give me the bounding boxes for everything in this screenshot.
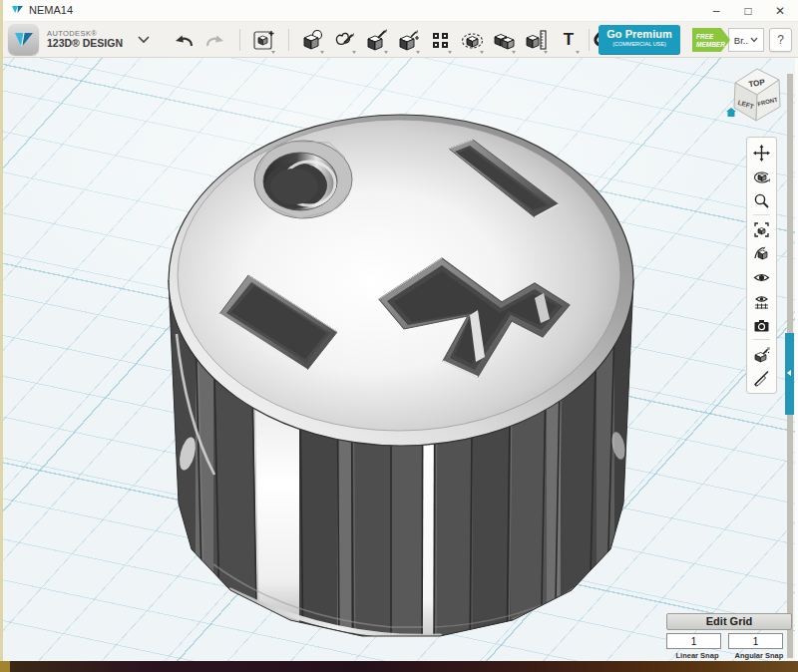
orbit-icon: [753, 168, 770, 185]
viewcube[interactable]: TOP LEFT FRONT: [726, 69, 780, 121]
undo-icon: [173, 31, 195, 49]
badge-line2: MEMBER: [696, 41, 730, 49]
sketch-icon: [333, 28, 357, 52]
pan-icon: [753, 145, 770, 162]
toolbar-separator: [288, 29, 289, 51]
toolbar-separator: [589, 29, 590, 51]
measure-button[interactable]: [524, 26, 550, 54]
title-bar[interactable]: NEMA14 – □ ✕: [3, 0, 798, 22]
materials-icon: [753, 346, 770, 363]
app-window: NEMA14 – □ ✕ AUTODESK® 123D® DESIGN: [0, 0, 798, 672]
free-member-badge: FREE MEMBER: [692, 28, 730, 52]
zoom-button[interactable]: [747, 188, 776, 212]
text-tool-icon: T: [564, 30, 574, 50]
primitives-icon: [301, 28, 325, 52]
viewcube-home-icon[interactable]: [726, 108, 736, 117]
app-logo-icon: [12, 5, 24, 15]
text-tool-button[interactable]: T: [556, 26, 582, 54]
combine-icon: [493, 28, 517, 52]
palette-separator: [753, 339, 770, 340]
screenshot-button[interactable]: [747, 313, 776, 337]
import-icon: [252, 28, 276, 52]
top-face[interactable]: [178, 120, 620, 431]
eye-icon: [753, 269, 770, 286]
help-button[interactable]: ?: [769, 28, 792, 52]
zoom-icon: [753, 192, 770, 209]
undo-button[interactable]: [171, 26, 197, 54]
desktop-strip-corner: [0, 661, 10, 672]
pan-button[interactable]: [747, 141, 776, 165]
window-title: NEMA14: [29, 4, 73, 16]
view-style-button[interactable]: [747, 241, 776, 265]
main-menu-chevron-icon[interactable]: [137, 35, 151, 45]
toolbar-separator: [239, 29, 240, 51]
camera-icon: [753, 317, 770, 334]
go-premium-sublabel: (COMMERCIAL USE): [598, 42, 680, 48]
transform-button[interactable]: [396, 26, 422, 54]
panel-expand-arrow-icon: [787, 370, 791, 376]
chevron-down-icon: [750, 37, 758, 43]
account-label: Br..: [734, 35, 748, 46]
maximize-button[interactable]: □: [732, 0, 764, 22]
measure-icon: [525, 28, 549, 52]
redo-icon: [204, 31, 226, 49]
angular-snap-label: Angular Snap: [728, 651, 790, 660]
badge-line1: FREE: [696, 33, 730, 41]
orbit-button[interactable]: [747, 165, 776, 188]
go-premium-button[interactable]: Go Premium (COMMERCIAL USE): [598, 25, 680, 55]
123d-logo-icon: [13, 31, 35, 49]
combine-button[interactable]: [492, 26, 518, 54]
transform-icon: [397, 28, 421, 52]
grid-settings-panel: Edit Grid Linear Snap Angular Snap: [661, 613, 793, 660]
edit-grid-button[interactable]: Edit Grid: [666, 613, 792, 630]
toolbar-right-cluster: Go Premium (COMMERCIAL USE) FREE MEMBER …: [584, 25, 792, 55]
view-style-icon: [753, 245, 770, 262]
linear-snap-input[interactable]: [666, 633, 721, 649]
zoom-fit-icon: [753, 221, 770, 238]
main-toolbar: AUTODESK® 123D® DESIGN: [3, 22, 798, 58]
redo-button[interactable]: [202, 26, 228, 54]
visibility-button[interactable]: [747, 265, 776, 289]
construct-icon: [365, 28, 389, 52]
zoom-fit-button[interactable]: [747, 217, 776, 241]
hide-sketches-icon: [753, 370, 770, 387]
brand-block: AUTODESK® 123D® DESIGN: [8, 24, 151, 55]
close-button[interactable]: ✕: [764, 0, 796, 22]
navigation-palette: [746, 137, 777, 394]
sketch-button[interactable]: [332, 26, 358, 54]
help-label: ?: [777, 33, 784, 47]
side-panel-tab[interactable]: [785, 333, 794, 415]
window-left-border: [0, 0, 3, 661]
import-button[interactable]: [251, 26, 277, 54]
app-logo-tile: [8, 24, 39, 55]
go-premium-label: Go Premium: [598, 29, 680, 40]
grouping-icon: [461, 28, 485, 52]
angular-snap-input[interactable]: [728, 633, 783, 649]
pattern-button[interactable]: [428, 26, 454, 54]
brand-123d-design: 123D® DESIGN: [47, 38, 123, 49]
palette-separator: [753, 214, 770, 215]
grouping-button[interactable]: [460, 26, 486, 54]
round-hole[interactable]: [254, 141, 352, 218]
primitives-button[interactable]: [300, 26, 326, 54]
grid-eye-icon: [753, 293, 770, 310]
brand-text: AUTODESK® 123D® DESIGN: [47, 30, 123, 49]
account-menu[interactable]: Br..: [728, 28, 764, 52]
model-3d[interactable]: TOP LEFT FRONT: [0, 0, 798, 672]
materials-button[interactable]: [747, 342, 776, 366]
pattern-icon: [429, 28, 453, 52]
tool-icon-row: T: [171, 22, 613, 58]
desktop-strip: [0, 661, 798, 672]
minimize-button[interactable]: –: [700, 0, 732, 22]
linear-snap-label: Linear Snap: [666, 651, 728, 660]
hide-sketches-button[interactable]: [747, 366, 776, 390]
construct-button[interactable]: [364, 26, 390, 54]
grid-toggle-button[interactable]: [747, 289, 776, 313]
